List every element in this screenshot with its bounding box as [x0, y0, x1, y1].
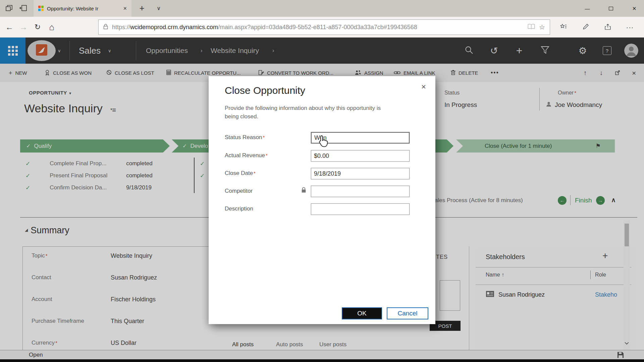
tab-title: Opportunity: Website Ir	[47, 6, 120, 11]
url-text[interactable]: https://wcidemoprod.crm.dynamics.com/mai…	[112, 24, 524, 31]
browser-tab-strip: Opportunity: Website Ir × + ∨ — ×	[0, 0, 644, 17]
dialog-title: Close Opportunity	[225, 85, 305, 96]
actual-revenue-input[interactable]	[311, 150, 410, 162]
actual-revenue-label: Actual Revenue*	[225, 152, 268, 159]
ellipsis-icon: ···	[626, 23, 634, 31]
lock-icon	[301, 187, 306, 194]
close-opportunity-dialog: Close Opportunity × Provide the followin…	[209, 76, 435, 324]
refresh-icon: ↻	[35, 23, 41, 32]
home-button[interactable]: ⌂	[45, 17, 58, 38]
minimize-icon: —	[585, 6, 590, 11]
description-label: Description	[225, 205, 253, 212]
close-icon: ×	[421, 82, 426, 91]
browser-tab[interactable]: Opportunity: Website Ir ×	[34, 0, 131, 17]
favorites-hub-button[interactable]	[557, 17, 570, 38]
forward-button[interactable]: →	[17, 17, 30, 38]
pen-icon	[583, 22, 589, 32]
set-tabs-aside-icon	[19, 5, 27, 12]
close-date-input[interactable]	[311, 168, 410, 179]
address-bar[interactable]: https://wcidemoprod.crm.dynamics.com/mai…	[98, 19, 550, 35]
tab-close-icon[interactable]: ×	[123, 5, 127, 12]
tab-dropdown-button[interactable]: ∨	[152, 2, 165, 14]
dialog-subtitle: Provide the following information about …	[225, 104, 392, 121]
tabs-preview-icon	[6, 5, 12, 12]
competitor-input[interactable]	[311, 186, 410, 197]
back-button[interactable]: ←	[3, 17, 16, 38]
tab-preview-button[interactable]	[3, 3, 15, 15]
window-minimize-button[interactable]: —	[580, 0, 595, 17]
lock-icon[interactable]	[103, 24, 108, 31]
cancel-button[interactable]: Cancel	[387, 307, 428, 319]
set-tabs-aside-button[interactable]	[17, 3, 30, 15]
window-close-button[interactable]: ×	[627, 0, 642, 17]
plus-icon: +	[139, 3, 144, 13]
maximize-icon	[609, 7, 613, 10]
window-maximize-button[interactable]	[603, 0, 619, 17]
new-tab-button[interactable]: +	[136, 2, 148, 14]
description-input[interactable]	[311, 203, 410, 215]
back-arrow-icon: ←	[5, 22, 13, 32]
forward-arrow-icon: →	[19, 22, 28, 32]
more-menu-button[interactable]: ···	[623, 17, 637, 38]
favorite-star-icon[interactable]: ☆	[539, 23, 545, 31]
close-date-label: Close Date*	[225, 170, 256, 177]
reading-view-icon[interactable]	[528, 24, 535, 31]
chevron-down-icon: ∨	[157, 5, 161, 11]
screenshot-root: Opportunity: Website Ir × + ∨ — × ← → ↻ …	[0, 0, 644, 362]
ok-button[interactable]: OK	[342, 307, 382, 319]
home-icon: ⌂	[49, 22, 54, 33]
cursor-hand-icon	[317, 135, 329, 149]
dialog-close-button[interactable]: ×	[421, 82, 426, 92]
status-reason-label: Status Reason*	[225, 134, 265, 141]
close-icon: ×	[632, 5, 636, 12]
refresh-button[interactable]: ↻	[31, 17, 44, 38]
hub-star-icon	[560, 22, 567, 32]
microsoft-favicon	[38, 6, 44, 11]
share-button[interactable]	[601, 17, 614, 38]
share-icon	[605, 22, 611, 32]
competitor-label: Competitor	[225, 188, 253, 194]
annotate-button[interactable]	[579, 17, 592, 38]
browser-nav-row: ← → ↻ ⌂ https://wcidemoprod.crm.dynamics…	[0, 17, 644, 38]
